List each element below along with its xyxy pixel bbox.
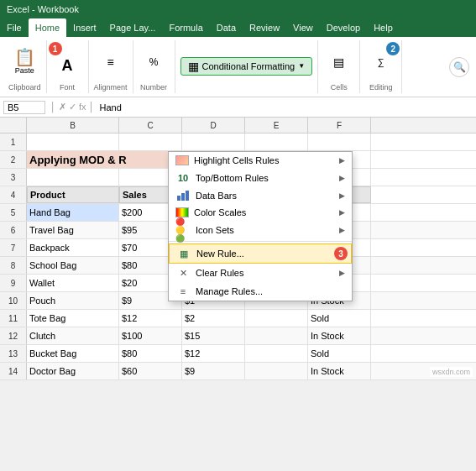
dropdown-item-colorscales[interactable]: Color Scales ▶ (169, 204, 352, 221)
clearrules-label: Clear Rules (196, 268, 243, 278)
topbottom-arrow: ▶ (339, 174, 345, 182)
cell-c1[interactable] (119, 133, 182, 150)
cell-product-header[interactable]: Product (27, 186, 119, 203)
databars-icon (175, 191, 191, 201)
col-header-c[interactable]: C (119, 118, 182, 133)
cells-button[interactable]: ▤ (331, 55, 347, 70)
cell-b13[interactable]: Bucket Bag (27, 345, 119, 362)
conditional-formatting-button[interactable]: ▦ Conditional Formatting ▼ (180, 57, 313, 76)
clearrules-arrow: ▶ (339, 269, 345, 277)
cell-e14[interactable] (245, 363, 308, 379)
conditional-formatting-dropdown: Highlight Cells Rules ▶ 10 Top/Bottom Ru… (168, 151, 353, 301)
colorscales-icon (175, 207, 189, 217)
dropdown-item-topbottom[interactable]: 10 Top/Bottom Rules ▶ (169, 169, 352, 187)
formula-divider: │ ✗ ✓ fx │ (49, 102, 97, 113)
row-1: 1 (0, 133, 476, 151)
number-content: % (147, 42, 161, 81)
cell-d1[interactable] (182, 133, 245, 150)
ribbon-group-editing: 2 ∑ Editing (360, 40, 402, 93)
alignment-icon: ≡ (107, 55, 113, 69)
highlight-icon (175, 155, 189, 165)
menu-bar: File Home Insert Page Lay... Formula Dat… (0, 18, 476, 37)
menu-review[interactable]: Review (243, 18, 286, 37)
alignment-button[interactable]: ≡ (104, 55, 116, 70)
cell-b1[interactable] (27, 133, 119, 150)
menu-help[interactable]: Help (367, 18, 400, 37)
row-num-13: 13 (0, 345, 27, 362)
topbottom-label: Top/Bottom Rules (196, 173, 269, 183)
col-header-d[interactable]: D (182, 118, 245, 133)
col-header-e[interactable]: E (245, 118, 308, 133)
menu-formula[interactable]: Formula (162, 18, 209, 37)
cell-b6[interactable]: Travel Bag (27, 222, 119, 238)
dropdown-item-highlight[interactable]: Highlight Cells Rules ▶ (169, 152, 352, 169)
cell-c14[interactable]: $60 (119, 363, 182, 379)
cell-b5[interactable]: Hand Bag (27, 204, 119, 221)
column-headers: B C D E F (0, 118, 476, 133)
menu-data[interactable]: Data (210, 18, 243, 37)
menu-pagelayout[interactable]: Page Lay... (103, 18, 163, 37)
cf-label: Conditional Formatting (202, 61, 296, 71)
row-num-2: 2 (0, 151, 27, 168)
menu-develop[interactable]: Develop (320, 18, 367, 37)
col-header-f[interactable]: F (308, 118, 371, 133)
editing-content: ∑ (375, 42, 387, 81)
cell-reference-input[interactable] (3, 101, 45, 114)
menu-file[interactable]: File (0, 18, 29, 37)
font-icon: A (62, 57, 73, 75)
cell-b7[interactable]: Backpack (27, 239, 119, 256)
dropdown-item-databars[interactable]: Data Bars ▶ (169, 187, 352, 204)
cell-e13[interactable] (245, 345, 308, 362)
iconsets-label: Icon Sets (196, 225, 234, 235)
ribbon-right: 🔍 (449, 40, 476, 93)
title-bar: Excel - Workbook (0, 0, 476, 18)
cell-f12[interactable]: In Stock (308, 327, 371, 344)
menu-view[interactable]: View (286, 18, 320, 37)
app-title: Excel - Workbook (7, 4, 79, 14)
font-button[interactable]: A (60, 56, 76, 76)
menu-home[interactable]: Home (29, 18, 66, 37)
menu-insert[interactable]: Insert (66, 18, 103, 37)
ribbon-group-number: % Number (133, 40, 175, 93)
cell-e1[interactable] (245, 133, 308, 150)
cell-b10[interactable]: Pouch (27, 292, 119, 309)
cell-c13[interactable]: $80 (119, 345, 182, 362)
cell-d11[interactable]: $2 (182, 310, 245, 327)
dropdown-item-managerules[interactable]: ≡ Manage Rules... (169, 282, 352, 301)
row-11: 11 Tote Bag $12 $2 Sold (0, 310, 476, 327)
cell-b11[interactable]: Tote Bag (27, 310, 119, 327)
cell-e11[interactable] (245, 310, 308, 327)
number-button[interactable]: % (147, 55, 161, 69)
cell-c12[interactable]: $100 (119, 327, 182, 344)
cell-b14[interactable]: Doctor Bag (27, 363, 119, 379)
cell-b12[interactable]: Clutch (27, 327, 119, 344)
cell-b3[interactable] (27, 169, 119, 186)
cell-d12[interactable]: $15 (182, 327, 245, 344)
row-num-1: 1 (0, 133, 27, 150)
paste-icon: 📋 (14, 49, 35, 65)
cell-b8[interactable]: School Bag (27, 257, 119, 274)
cells-content: ▤ (331, 42, 347, 81)
dropdown-item-clearrules[interactable]: ✕ Clear Rules ▶ (169, 264, 352, 282)
cell-d13[interactable]: $12 (182, 345, 245, 362)
alignment-label: Alignment (94, 81, 128, 92)
cell-d14[interactable]: $9 (182, 363, 245, 379)
badge-3: 3 (334, 247, 348, 260)
cell-f1[interactable] (308, 133, 371, 150)
number-label: Number (140, 81, 167, 92)
cell-e12[interactable] (245, 327, 308, 344)
cell-f14[interactable]: In Stock (308, 363, 371, 379)
paste-button[interactable]: 📋 Paste (11, 47, 39, 76)
dropdown-item-newrule[interactable]: ▦ New Rule... 3 (169, 243, 352, 264)
row-num-9: 9 (0, 275, 27, 291)
newrule-icon: ▦ (176, 248, 191, 259)
cells-label: Cells (331, 81, 348, 92)
cell-f13[interactable]: Sold (308, 345, 371, 362)
col-header-b[interactable]: B (27, 118, 119, 133)
search-button[interactable]: 🔍 (449, 57, 469, 77)
cell-f11[interactable]: Sold (308, 310, 371, 327)
cell-c11[interactable]: $12 (119, 310, 182, 327)
cell-b9[interactable]: Wallet (27, 275, 119, 291)
editing-button[interactable]: ∑ (375, 56, 387, 68)
dropdown-item-iconsets[interactable]: 🔴🟡🟢 Icon Sets ▶ (169, 221, 352, 239)
